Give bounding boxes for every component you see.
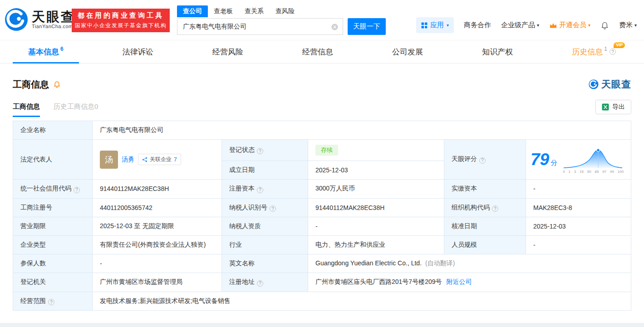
header-menu: 应用 ▾ 商务合作 企业级产品 ▾ 开通会员 ▾	[416, 17, 637, 33]
search-tab-risk[interactable]: 查风险	[270, 5, 300, 17]
related-companies-icon	[142, 157, 147, 162]
primary-nav: 基本信息 6 法律诉讼 经营风险 经营信息 公司发展 知识产权 VIP 历史信息…	[0, 40, 644, 63]
vip-label: 开通会员	[559, 21, 586, 29]
banner-line1: 都在用的商业查询工具	[78, 11, 164, 20]
search-tab-relation[interactable]: 查关系	[239, 5, 270, 17]
banner-line2: 国家中小企业发展子基金旗下机构	[75, 22, 167, 29]
label-reg-authority: 登记机关	[13, 273, 93, 292]
help-icon[interactable]: ?	[48, 299, 54, 305]
value-text: -	[533, 241, 536, 249]
value-text: 电力、热力生产和供应业	[315, 241, 385, 248]
search-input[interactable]	[177, 19, 343, 34]
label-company-type: 企业类型	[13, 236, 93, 254]
value-text: -	[315, 223, 318, 230]
label-text: 注册资本	[229, 185, 255, 192]
label-approval-date: 核准日期	[444, 217, 526, 236]
search-tab-company[interactable]: 查公司	[177, 5, 208, 17]
apps-menu[interactable]: 应用 ▾	[416, 17, 454, 33]
business-coop-link[interactable]: 商务合作	[464, 21, 491, 29]
score-number: 79分	[531, 151, 557, 168]
help-icon[interactable]: ?	[257, 280, 263, 287]
label-text: 人员规模	[452, 241, 477, 248]
search-tab-boss[interactable]: 查老板	[208, 5, 239, 17]
value-text: 2025-12-03 至 无固定期限	[100, 222, 174, 229]
tab-basic-info[interactable]: 基本信息 6	[13, 40, 79, 63]
tab-label: 经营风险	[212, 47, 243, 57]
promo-banner: 都在用的商业查询工具 国家中小企业发展子基金旗下机构	[72, 9, 170, 32]
value-text: MAK28EC3-8	[533, 204, 572, 211]
monitor-bell-icon[interactable]	[53, 80, 61, 88]
tab-business-info[interactable]: 经营信息	[287, 40, 349, 63]
help-icon[interactable]: ?	[74, 187, 80, 193]
section-watermark-logo: 天眼查	[589, 78, 631, 91]
label-business-scope: 经营范围?	[13, 292, 93, 311]
watermark-text: 天眼查	[601, 78, 631, 91]
notification-bell-icon[interactable]	[600, 21, 609, 30]
value-text: 广州市黄埔区庙头电厂西路201号7号楼209号	[315, 278, 442, 285]
user-menu[interactable]: 费米 ▾	[619, 21, 637, 29]
value-company-name: 广东粤电气电有限公司	[93, 121, 631, 140]
username: 费米	[619, 21, 633, 29]
tab-label: 基本信息	[28, 47, 59, 57]
value-text: 2025-12-03	[533, 223, 566, 230]
export-button[interactable]: 导出	[595, 100, 631, 114]
apps-label: 应用	[430, 21, 444, 29]
label-reg-status: 登记状态?	[222, 140, 308, 161]
search-button[interactable]: 天眼一下	[348, 18, 386, 35]
value-tyc-score: 79分	[526, 140, 631, 180]
legal-rep: 汤 汤勇 关联企业 7	[100, 151, 214, 169]
tab-history-info[interactable]: VIP 历史信息 1 ?	[556, 40, 631, 63]
label-text: 工商注册号	[20, 204, 52, 211]
value-reg-status: 存续	[308, 140, 444, 161]
search-input-wrap	[177, 18, 343, 35]
tab-label: 法律诉讼	[123, 47, 153, 57]
value-approval-date: 2025-12-03	[526, 217, 631, 236]
logo-text: 天眼查 TianYanCha.com	[32, 10, 75, 29]
auto-translate-note: (自动翻译)	[425, 259, 455, 267]
tab-legal-litigation[interactable]: 法律诉讼	[107, 40, 169, 63]
label-text: 参保人数	[20, 259, 46, 267]
label-text: 企业类型	[20, 241, 46, 248]
tab-operating-risk[interactable]: 经营风险	[197, 40, 259, 63]
table-row: 企业名称 广东粤电气电有限公司	[13, 121, 631, 140]
help-icon[interactable]: ?	[270, 205, 276, 212]
tianyancha-logo-icon	[5, 8, 28, 31]
table-row: 营业期限 2025-12-03 至 无固定期限 纳税人资质 - 核准日期 202…	[13, 217, 631, 236]
label-text: 组织机构代码	[452, 204, 490, 211]
tianyancha-logo[interactable]: 天眼查 TianYanCha.com	[5, 8, 75, 31]
clear-icon[interactable]	[331, 24, 338, 30]
score-curve-chart	[563, 146, 624, 169]
label-text: 登记状态	[229, 146, 255, 153]
business-coop-label: 商务合作	[464, 21, 491, 29]
vip-upgrade-menu[interactable]: 开通会员 ▾	[549, 21, 590, 29]
legal-rep-name-link[interactable]: 汤勇	[122, 156, 134, 164]
label-text: 法定代表人	[20, 156, 52, 163]
subtab-business-info[interactable]: 工商信息	[13, 102, 40, 117]
value-paid-capital: -	[526, 180, 631, 199]
logo-title: 天眼查	[32, 10, 75, 24]
tab-label: 公司发展	[392, 47, 423, 57]
score-curve: 0131550859799100	[563, 146, 624, 174]
related-companies-badge[interactable]: 关联企业 7	[138, 154, 181, 165]
value-text: 2025-12-03	[315, 166, 348, 174]
subtab-history-business-info[interactable]: 历史工商信息0	[54, 102, 98, 117]
nearby-companies-link[interactable]: 附近公司	[447, 278, 472, 285]
label-text: 登记机关	[20, 278, 46, 285]
help-icon[interactable]: ?	[479, 157, 486, 164]
value-text: 发电技术服务;新兴能源技术研发;电气设备销售	[100, 297, 231, 304]
help-icon[interactable]: ?	[257, 148, 263, 154]
tab-company-development[interactable]: 公司发展	[377, 40, 438, 63]
chevron-down-icon: ▾	[588, 23, 590, 28]
enterprise-products-menu[interactable]: 企业级产品 ▾	[501, 21, 539, 29]
tab-intellectual-property[interactable]: 知识产权	[467, 40, 528, 63]
label-credit-code: 统一社会信用代码?	[13, 180, 93, 199]
help-icon[interactable]: ?	[610, 49, 616, 55]
search-row: 天眼一下	[177, 18, 386, 35]
section-head: 工商信息 天眼查	[13, 78, 631, 91]
help-icon[interactable]: ?	[257, 187, 263, 193]
legal-rep-avatar[interactable]: 汤	[100, 151, 118, 169]
label-text: 纳税人识别号	[229, 204, 267, 211]
value-industry: 电力、热力生产和供应业	[308, 236, 444, 254]
help-icon[interactable]: ?	[492, 205, 498, 212]
label-taxpayer-quality: 纳税人资质	[222, 217, 308, 236]
